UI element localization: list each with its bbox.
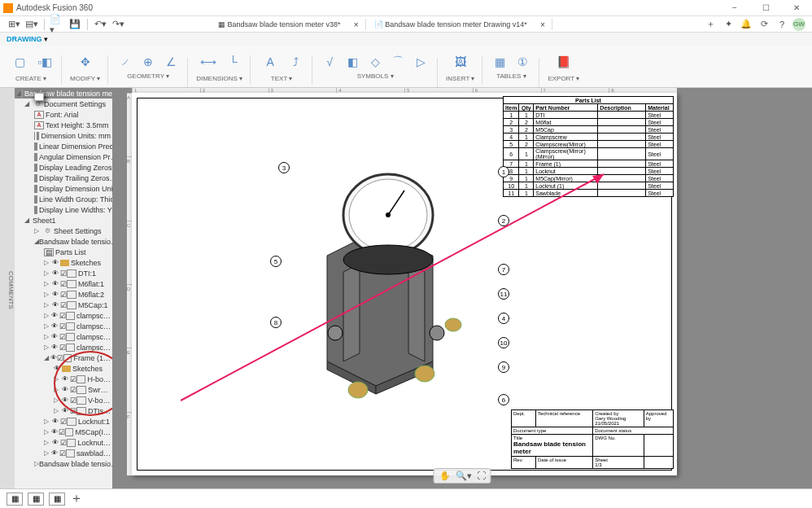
setting-item[interactable]: Angular Dimension Pr… (15, 151, 112, 162)
setting-item[interactable]: Dimension Units: mm (15, 130, 112, 141)
dimension-icon[interactable]: ⟷ (197, 50, 220, 73)
leader-icon[interactable]: ⤴ (286, 53, 304, 71)
setting-item[interactable]: Display Dimension Unit… (15, 183, 112, 194)
taper-icon[interactable]: ▷ (412, 53, 430, 71)
component-node[interactable]: ▷👁☑Locknut… (15, 437, 112, 448)
balloon[interactable]: 2 (498, 215, 509, 226)
centerline-icon[interactable]: ⟋ (116, 53, 134, 71)
table-row[interactable]: 11DTISteel (504, 112, 674, 119)
balloon[interactable]: 7 (498, 264, 509, 275)
drawing-view-node[interactable]: ◢Bandsaw blade tensio… (15, 236, 112, 247)
setting-item[interactable]: Line Width Group: Thick (15, 194, 112, 204)
setting-item[interactable]: Display Trailing Zeros… (15, 173, 112, 183)
surface-icon[interactable]: √ (321, 53, 338, 71)
sketches-folder[interactable]: ▷👁Sketches (15, 257, 112, 268)
balloon[interactable]: 9 (498, 361, 509, 373)
component-node[interactable]: ▷👁☑sawblad… (15, 448, 112, 458)
balloon[interactable]: 3 (278, 162, 290, 173)
save-icon[interactable]: 💾 (68, 18, 82, 31)
group-label[interactable]: DIMENSIONS ▾ (196, 75, 242, 82)
balloon[interactable]: 8 (270, 317, 282, 328)
balloon[interactable]: 10 (498, 337, 509, 348)
component-node[interactable]: ▷👁☑M5Cap(I… (15, 427, 112, 437)
balloon-icon[interactable]: ① (513, 53, 531, 71)
balloon[interactable]: 5 (270, 256, 282, 267)
doc-tab-drawing[interactable]: 📄 Bandsaw blade tension meter Drawing v1… (366, 19, 552, 30)
sheet-node[interactable]: ◢Sheet1 (15, 215, 112, 226)
frame-node[interactable]: ◢👁☑Frame (1… (15, 353, 112, 363)
component-node[interactable]: ▷👁☑DTI:1 (15, 268, 112, 278)
component-node[interactable]: ▷👁☑clampsc… (15, 321, 112, 331)
maximize-button[interactable] (753, 1, 778, 15)
group-label[interactable]: EXPORT ▾ (548, 75, 579, 82)
title-block[interactable]: Dept.Technical referenceCreated byGary W… (511, 409, 674, 469)
pan-icon[interactable]: ✋ (439, 471, 451, 481)
body-node[interactable]: ▷👁☑H-bo… (15, 374, 112, 384)
minimize-button[interactable] (723, 1, 747, 15)
projected-view-icon[interactable]: ▫◧ (36, 53, 54, 71)
component-node[interactable]: ▷👁☑M5Cap:1 (15, 300, 112, 310)
undo-icon[interactable]: ↶▾ (93, 18, 107, 31)
pdf-icon[interactable]: 📕 (552, 50, 575, 73)
table-row[interactable]: 41ClampscrewSteel (504, 134, 674, 141)
drawing-canvas[interactable]: 12345678 ABCDEF Parts List ItemQtyPart N… (112, 88, 812, 488)
table-row[interactable]: 111SawbladeSteel (504, 190, 674, 197)
job-status-icon[interactable]: ⟳ (757, 18, 771, 31)
sheet-tab-3[interactable]: ▦ (49, 493, 65, 506)
zoom-icon[interactable]: 🔍▾ (456, 471, 472, 481)
balloon[interactable]: 4 (498, 313, 509, 324)
body-node[interactable]: ▷👁☑DTIs… (15, 405, 112, 416)
balloon[interactable]: 6 (498, 394, 509, 405)
setting-item[interactable]: AFont: Arial (15, 109, 112, 120)
notifications-icon[interactable]: 🔔 (739, 18, 753, 31)
table-row[interactable]: 71Frame (1)Steel (504, 160, 674, 168)
balloon[interactable]: 11 (498, 288, 509, 300)
component-node[interactable]: ▷👁☑clampsc… (15, 342, 112, 353)
comments-strip[interactable]: COMMENTS (0, 88, 15, 488)
weld-icon[interactable]: ⌒ (389, 53, 407, 71)
fit-icon[interactable]: ⛶ (477, 471, 486, 481)
table-row[interactable]: 91M5Cap(Mirror)Steel (504, 175, 674, 182)
extensions-icon[interactable]: ✦ (721, 18, 736, 31)
component-node[interactable]: ▷👁☑M6flat:1 (15, 278, 112, 289)
setting-item[interactable]: Display Line Widths: Y… (15, 204, 112, 215)
group-label[interactable]: TABLES ▾ (496, 72, 526, 80)
setting-item[interactable]: Linear Dimension Prec… (15, 141, 112, 151)
browser-root[interactable]: ◢Bandsaw blade tension meter… (15, 88, 112, 99)
user-avatar[interactable]: GW (792, 18, 805, 31)
close-tab-icon[interactable]: × (540, 20, 545, 29)
table-row[interactable]: 52Clampscrew(Mirror)Steel (504, 141, 674, 148)
new-tab-icon[interactable]: ＋ (703, 18, 718, 31)
group-label[interactable]: MODIFY ▾ (70, 75, 100, 82)
body-node[interactable]: ▷👁☑Swr… (15, 384, 112, 395)
workspace-switcher[interactable]: DRAWING ▾ (0, 33, 812, 46)
data-panel-icon[interactable]: ▤▾ (24, 18, 39, 31)
body-node[interactable]: ▷👁☑V-bo… (15, 395, 112, 405)
component-node[interactable]: ▷👁☑clampsc… (15, 310, 112, 321)
balloon[interactable]: 1 (498, 166, 509, 177)
apps-grid-icon[interactable]: ⊞▾ (7, 18, 21, 31)
file-menu-icon[interactable]: 📄▾ (50, 18, 64, 31)
drawing-sheet[interactable]: Parts List ItemQtyPart NumberDescription… (132, 93, 677, 475)
component-node[interactable]: ▷👁☑clampsc… (15, 331, 112, 342)
sheet-tab-2[interactable]: ▦ (28, 493, 44, 506)
add-sheet-button[interactable]: ＋ (70, 490, 83, 507)
setting-item[interactable]: AText Height: 3.5mm (15, 120, 112, 130)
close-tab-icon[interactable]: × (354, 20, 359, 29)
group-label[interactable]: GEOMETRY ▾ (127, 72, 169, 80)
parts-list-node[interactable]: ▤Parts List (15, 247, 112, 257)
group-label[interactable]: INSERT ▾ (446, 75, 474, 82)
close-button[interactable] (784, 1, 809, 15)
doc-tab-model[interactable]: ▦ Bandsaw blade tension meter v38*× (210, 19, 366, 30)
component-node[interactable]: ▷👁☑Locknut:1 (15, 416, 112, 427)
base-view-icon[interactable]: ▢ (8, 50, 31, 73)
group-label[interactable]: TEXT ▾ (271, 75, 293, 82)
drawing-view[interactable]: 1 2 3 4 5 6 7 8 9 10 11 (270, 150, 514, 418)
group-label[interactable]: SYMBOLS ▾ (357, 72, 394, 80)
image-icon[interactable]: 🖼 (449, 50, 472, 73)
parts-list-table[interactable]: Parts List ItemQtyPart NumberDescription… (503, 96, 674, 197)
help-icon[interactable]: ? (775, 18, 789, 31)
table-row[interactable]: 61Clampscrew(Mirror)(Mirror)Steel (504, 148, 674, 160)
table-row[interactable]: 22M6flatSteel (504, 119, 674, 126)
table-row[interactable]: 101Locknut (1)Steel (504, 182, 674, 190)
